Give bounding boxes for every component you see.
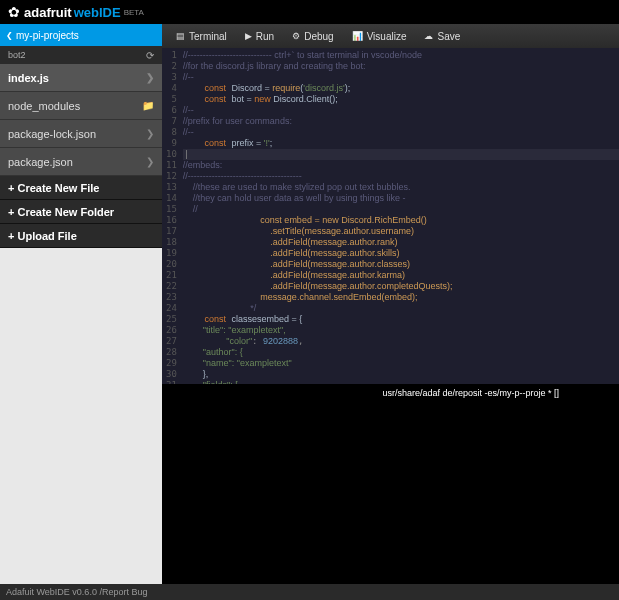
save-icon: ☁ <box>424 31 433 41</box>
toolbar-run-button[interactable]: ▶Run <box>237 28 282 45</box>
brand-1: adafruit <box>24 5 72 20</box>
refresh-icon[interactable]: ⟳ <box>146 50 154 61</box>
file-name: node_modules <box>8 100 80 112</box>
app-header: ✿ adafruit webIDE BETA <box>0 0 619 24</box>
logo-icon: ✿ <box>8 4 20 20</box>
terminal-icon: ▤ <box>176 31 185 41</box>
folder-icon: 📁 <box>142 100 154 111</box>
projects-link[interactable]: ❮ my-pi-projects <box>0 24 162 46</box>
toolbar-label: Run <box>256 31 274 42</box>
debug-icon: ⚙ <box>292 31 300 41</box>
folder-header: bot2 ⟳ <box>0 46 162 64</box>
visualize-icon: 📊 <box>352 31 363 41</box>
chevron-right-icon: ❯ <box>146 128 154 139</box>
main-panel: ▤Terminal▶Run⚙Debug📊Visualize☁Save 12345… <box>162 24 619 584</box>
code-area[interactable]: //---------------------------- ctrl+` to… <box>183 48 619 384</box>
toolbar-label: Save <box>437 31 460 42</box>
sidebar: ❮ my-pi-projects bot2 ⟳ index.js❯node_mo… <box>0 24 162 584</box>
folder-name: bot2 <box>8 50 26 60</box>
sidebar-empty <box>0 248 162 584</box>
run-icon: ▶ <box>245 31 252 41</box>
brand-2: webIDE <box>74 5 121 20</box>
file-item[interactable]: node_modules📁 <box>0 92 162 120</box>
chevron-left-icon: ❮ <box>6 31 13 40</box>
file-item[interactable]: index.js❯ <box>0 64 162 92</box>
toolbar-visualize-button[interactable]: 📊Visualize <box>344 28 415 45</box>
toolbar-save-button[interactable]: ☁Save <box>416 28 468 45</box>
toolbar: ▤Terminal▶Run⚙Debug📊Visualize☁Save <box>162 24 619 48</box>
sidebar-action[interactable]: + Create New Folder <box>0 200 162 224</box>
file-name: index.js <box>8 72 49 84</box>
sidebar-action[interactable]: + Create New File <box>0 176 162 200</box>
line-gutter: 1234567891011121314151617181920212223242… <box>162 48 183 384</box>
terminal-panel[interactable]: usr/share/adaf de/reposit -es/my-p--proj… <box>162 384 619 584</box>
file-name: package.json <box>8 156 73 168</box>
version-text[interactable]: Adafuit WebIDE v0.6.0 /Report Bug <box>6 587 147 597</box>
code-editor[interactable]: 1234567891011121314151617181920212223242… <box>162 48 619 384</box>
file-name: package-lock.json <box>8 128 96 140</box>
toolbar-label: Debug <box>304 31 333 42</box>
terminal-text: usr/share/adaf de/reposit -es/my-p--proj… <box>382 388 559 398</box>
beta-badge: BETA <box>124 8 144 17</box>
toolbar-label: Visualize <box>367 31 407 42</box>
chevron-right-icon: ❯ <box>146 156 154 167</box>
projects-label: my-pi-projects <box>16 30 79 41</box>
chevron-right-icon: ❯ <box>146 72 154 83</box>
file-item[interactable]: package-lock.json❯ <box>0 120 162 148</box>
toolbar-debug-button[interactable]: ⚙Debug <box>284 28 341 45</box>
sidebar-action[interactable]: + Upload File <box>0 224 162 248</box>
toolbar-label: Terminal <box>189 31 227 42</box>
status-bar: Adafuit WebIDE v0.6.0 /Report Bug <box>0 584 619 600</box>
toolbar-terminal-button[interactable]: ▤Terminal <box>168 28 235 45</box>
file-item[interactable]: package.json❯ <box>0 148 162 176</box>
